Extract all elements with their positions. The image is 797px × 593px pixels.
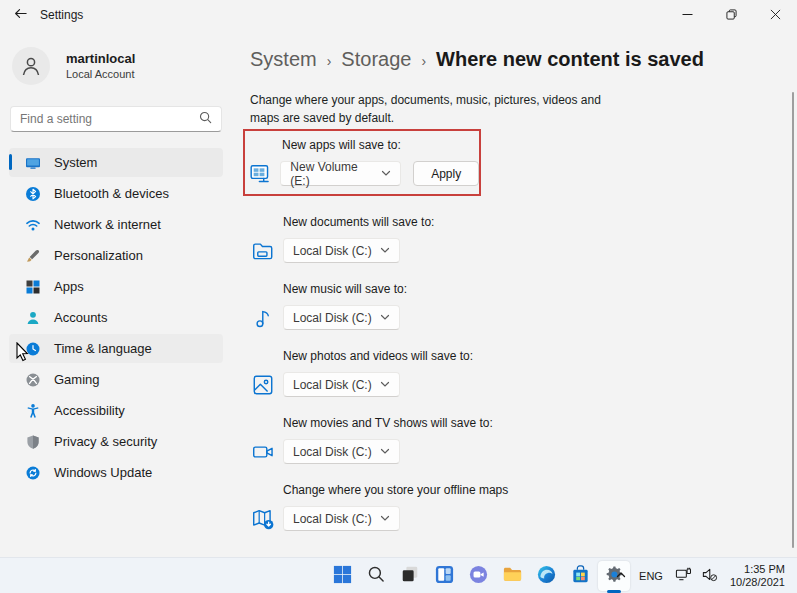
system-icon <box>25 155 41 171</box>
sidebar-item-personalization[interactable]: Personalization <box>9 241 223 270</box>
tray-time: 1:35 PM <box>730 563 785 576</box>
widgets-button[interactable] <box>428 561 460 591</box>
close-button[interactable] <box>753 0 797 30</box>
breadcrumb: System › Storage › Where new content is … <box>250 45 773 75</box>
search-input[interactable] <box>20 112 199 126</box>
dropdown-value: New Volume (E:) <box>290 160 373 188</box>
search-icon <box>199 110 212 128</box>
language-indicator[interactable]: ENG <box>633 561 669 591</box>
task-view-icon <box>400 564 420 588</box>
sidebar-item-label: Time & language <box>54 341 152 356</box>
sidebar-item-time-language[interactable]: Time & language <box>9 334 223 363</box>
file-explorer-button[interactable] <box>496 561 528 591</box>
new-music-drive-dropdown[interactable]: Local Disk (C:) <box>283 305 400 330</box>
task-view-button[interactable] <box>394 561 426 591</box>
sidebar-item-system[interactable]: System <box>9 148 223 177</box>
section-label: Change where you store your offline maps <box>283 483 773 498</box>
minimize-button[interactable] <box>665 0 709 30</box>
store-icon <box>570 564 591 589</box>
network-volume-button[interactable] <box>669 561 724 591</box>
sidebar-item-bluetooth-devices[interactable]: Bluetooth & devices <box>9 179 223 208</box>
taskbar-search-button[interactable] <box>360 561 392 591</box>
page-description: Change where your apps, documents, music… <box>250 92 625 127</box>
chevron-down-icon <box>380 378 390 392</box>
apps-icon <box>25 279 41 295</box>
section-new-photos-videos: New photos and videos will save to: Loca… <box>250 349 773 397</box>
system-tray: ENG 1:35 PM 10/28/2021 <box>609 558 793 593</box>
edge-icon <box>536 564 557 589</box>
sidebar-item-windows-update[interactable]: Windows Update <box>9 458 223 487</box>
gaming-icon <box>25 372 41 388</box>
title-bar: Settings <box>0 0 797 30</box>
section-new-documents: New documents will save to: Local Disk (… <box>250 215 773 263</box>
chevron-up-icon <box>615 567 627 585</box>
section-label: New apps will save to: <box>282 138 479 153</box>
store-button[interactable] <box>564 561 596 591</box>
chevron-down-icon <box>380 311 390 325</box>
clock[interactable]: 1:35 PM 10/28/2021 <box>724 563 793 589</box>
apply-button[interactable]: Apply <box>413 161 479 186</box>
documents-folder-icon <box>250 239 276 263</box>
chevron-down-icon <box>381 167 391 181</box>
chevron-down-icon <box>380 244 390 258</box>
sidebar: martinlocal Local Account System Bluetoo… <box>0 30 232 557</box>
settings-search-box <box>10 106 222 132</box>
edge-button[interactable] <box>530 561 562 591</box>
dropdown-value: Local Disk (C:) <box>293 244 372 258</box>
back-arrow-icon <box>13 6 28 25</box>
minimize-icon <box>682 6 693 24</box>
widgets-icon <box>434 564 455 589</box>
section-offline-maps: Change where you store your offline maps… <box>250 483 773 531</box>
red-highlight-annotation: New apps will save to: New Volume (E:) A… <box>243 129 481 196</box>
user-account-card[interactable]: martinlocal Local Account <box>12 44 220 88</box>
new-documents-drive-dropdown[interactable]: Local Disk (C:) <box>283 238 400 263</box>
taskbar-icon-group <box>326 561 630 591</box>
chevron-down-icon <box>380 512 390 526</box>
sidebar-item-gaming[interactable]: Gaming <box>9 365 223 394</box>
user-name: martinlocal <box>66 51 135 67</box>
sidebar-item-label: Accessibility <box>54 403 125 418</box>
chat-button[interactable] <box>462 561 494 591</box>
start-icon <box>332 564 353 589</box>
sidebar-nav: System Bluetooth & devices Network & int… <box>0 148 232 487</box>
sidebar-item-label: Network & internet <box>54 217 161 232</box>
privacy-security-icon <box>25 434 41 450</box>
section-new-apps: New apps will save to: New Volume (E:) A… <box>249 138 479 186</box>
tray-chevron-button[interactable] <box>609 561 633 591</box>
new-apps-drive-dropdown[interactable]: New Volume (E:) <box>280 161 401 186</box>
taskbar: ENG 1:35 PM 10/28/2021 <box>0 557 797 593</box>
file-explorer-icon <box>502 564 523 589</box>
breadcrumb-separator: › <box>327 47 332 75</box>
sidebar-item-accessibility[interactable]: Accessibility <box>9 396 223 425</box>
new-photos-drive-dropdown[interactable]: Local Disk (C:) <box>283 372 400 397</box>
new-movies-drive-dropdown[interactable]: Local Disk (C:) <box>283 439 400 464</box>
dropdown-value: Local Disk (C:) <box>293 378 372 392</box>
apps-save-icon <box>249 162 273 186</box>
breadcrumb-system[interactable]: System <box>250 45 317 73</box>
vertical-scrollbar[interactable] <box>792 92 794 548</box>
sidebar-item-privacy-security[interactable]: Privacy & security <box>9 427 223 456</box>
section-label: New movies and TV shows will save to: <box>283 416 773 431</box>
sidebar-item-network-internet[interactable]: Network & internet <box>9 210 223 239</box>
breadcrumb-storage[interactable]: Storage <box>341 45 411 73</box>
sidebar-item-label: Accounts <box>54 310 107 325</box>
accessibility-icon <box>25 403 41 419</box>
sidebar-item-accounts[interactable]: Accounts <box>9 303 223 332</box>
chevron-down-icon <box>380 445 390 459</box>
restore-button[interactable] <box>709 0 753 30</box>
sidebar-item-apps[interactable]: Apps <box>9 272 223 301</box>
taskbar-search-icon <box>366 564 386 588</box>
back-button[interactable] <box>0 0 40 30</box>
section-new-music: New music will save to: Local Disk (C:) <box>250 282 773 330</box>
dropdown-value: Local Disk (C:) <box>293 445 372 459</box>
dropdown-value: Local Disk (C:) <box>293 512 372 526</box>
dropdown-value: Local Disk (C:) <box>293 311 372 325</box>
start-button[interactable] <box>326 561 358 591</box>
breadcrumb-separator: › <box>421 47 426 75</box>
restore-icon <box>726 6 737 24</box>
user-account-type: Local Account <box>66 67 135 82</box>
sidebar-item-label: Privacy & security <box>54 434 157 449</box>
user-info: martinlocal Local Account <box>66 51 135 82</box>
windows-update-icon <box>25 465 41 481</box>
offline-maps-drive-dropdown[interactable]: Local Disk (C:) <box>283 506 400 531</box>
